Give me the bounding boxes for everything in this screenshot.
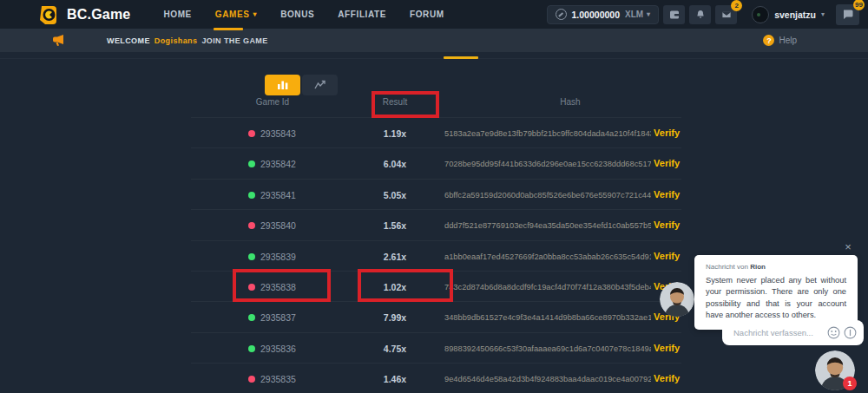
game-id: 2935840 [260, 220, 296, 231]
chevron-down-icon: ▾ [253, 10, 258, 18]
result-value: 1.46x [343, 374, 447, 384]
balance-amount: 1.00000000 [572, 10, 620, 20]
active-nav-underline [214, 28, 243, 30]
messages-button[interactable]: 2 [715, 5, 737, 24]
hash-value: ddd7f521e87769103ecf94ea35da50ee354efd1c… [444, 221, 651, 230]
status-dot [248, 284, 255, 291]
result-value: 4.75x [343, 344, 447, 354]
result-value: 7.99x [343, 312, 447, 323]
table-row: 2935840 1.56x ddd7f521e87769103ecf94ea35… [191, 209, 681, 239]
wallet-button[interactable] [663, 5, 685, 24]
chat-sender-name: Rion [750, 263, 766, 271]
attachment-icon[interactable] [844, 326, 857, 339]
notifications-button[interactable] [689, 5, 711, 24]
game-id: 2935842 [260, 159, 296, 169]
brand-logo[interactable]: BC.Game [38, 4, 130, 25]
brand-name: BC.Game [67, 7, 130, 23]
chat-bubble-icon [842, 9, 853, 20]
messages-badge: 2 [731, 0, 742, 11]
nav-games[interactable]: GAMES ▾ [215, 0, 257, 29]
bcgame-logo-icon [38, 4, 59, 25]
envelope-icon [721, 10, 732, 20]
hash-value: 743c2d874b6d8a8dcdf9fc19acf4d70f74f12a38… [444, 283, 651, 291]
verify-link[interactable]: Verify [654, 128, 680, 138]
table-row: 2935837 7.99x 348bb9db61527e4c9f3e4a1414… [191, 301, 681, 331]
main-menu: HOME GAMES ▾ BONUS AFFILIATE FORUM [163, 0, 444, 29]
verify-link[interactable]: Verify [654, 343, 680, 353]
verify-link[interactable]: Verify [654, 158, 680, 168]
result-value: 6.04x [343, 159, 447, 169]
hash-value: 6bffc2a59159d2060d0abc85f526e6be676e5590… [444, 191, 651, 200]
result-value: 5.05x [343, 190, 447, 200]
game-table-header: Game Id Result Hash [191, 97, 681, 115]
history-view-toggles [265, 75, 338, 95]
verify-link[interactable]: Verify [654, 189, 680, 200]
trend-view-toggle[interactable] [302, 75, 338, 95]
nav-home[interactable]: HOME [163, 0, 191, 29]
emoji-icon[interactable] [827, 326, 840, 339]
chat-message-input[interactable] [733, 328, 824, 337]
panel-divider [0, 58, 868, 59]
game-id: 2935843 [260, 128, 296, 139]
table-row: 2935838 1.02x 743c2d874b6d8a8dcdf9fc19ac… [191, 271, 681, 301]
column-header-hash: Hash [518, 97, 622, 107]
hash-value: a1bb0eaaf17ed4527669f2a0bba8cc53abab26c6… [444, 252, 651, 261]
question-mark-icon: ? [763, 35, 774, 46]
status-dot [248, 130, 255, 137]
game-table-rows: 2935843 1.19x 5183a2ea7e9d8e13fb79bbf21b… [191, 117, 681, 393]
announced-username-link[interactable]: Dogishans [155, 36, 198, 45]
column-header-result: Result [343, 97, 447, 107]
balance-selector[interactable]: 1.00000000 XLM ▾ [547, 5, 660, 24]
status-dot [248, 253, 255, 260]
currency-dropdown[interactable]: XLM ▾ [625, 10, 650, 19]
chevron-down-icon: ▾ [647, 10, 650, 18]
chat-message-text: System never placed any bet without your… [706, 275, 846, 322]
status-dot [248, 222, 255, 229]
bar-chart-icon [277, 80, 289, 91]
chat-message-bubble: Nachricht von Rion System never placed a… [694, 255, 858, 330]
chat-launcher-avatar[interactable]: 1 [815, 350, 855, 390]
chat-close-button[interactable]: × [841, 239, 855, 253]
table-row: 2935835 1.46x 9e4d6546d4e58a42d3b4f92488… [191, 363, 681, 393]
avatar [752, 6, 769, 23]
megaphone-icon [52, 34, 67, 47]
status-dot [248, 160, 255, 167]
table-row: 2935842 6.04x 7028be95dd95f441b633d6d296… [191, 147, 681, 178]
chat-message-meta: Nachricht von Rion [706, 263, 846, 271]
top-nav: BC.Game HOME GAMES ▾ BONUS AFFILIATE FOR… [0, 0, 868, 29]
status-dot [248, 192, 255, 199]
table-row: 2935836 4.75x 8988392450666c53f30afaaaea… [191, 332, 681, 363]
nav-forum[interactable]: FORUM [410, 0, 444, 29]
page: BC.Game HOME GAMES ▾ BONUS AFFILIATE FOR… [0, 0, 868, 393]
table-row: 2935841 5.05x 6bffc2a59159d2060d0abc85f5… [191, 179, 681, 209]
account-menu[interactable]: svenjatzu ▾ [752, 6, 825, 23]
result-value: 1.19x [343, 128, 447, 139]
nav-bonus[interactable]: BONUS [280, 0, 314, 29]
result-value: 1.02x [343, 282, 447, 292]
site-chat-button[interactable]: 99 [836, 4, 859, 25]
verify-link[interactable]: Verify [654, 219, 680, 230]
table-row: 2935843 1.19x 5183a2ea7e9d8e13fb79bbf21b… [191, 117, 681, 147]
result-value: 2.61x [343, 252, 447, 262]
hash-value: 5183a2ea7e9d8e13fb79bbf21bc9ffc804dada4a… [444, 129, 651, 138]
game-id: 2935835 [260, 374, 296, 384]
trend-chart-icon [314, 80, 326, 90]
status-dot [248, 345, 255, 352]
table-row: 2935839 2.61x a1bb0eaaf17ed4527669f2a0bb… [191, 240, 681, 271]
support-agent-avatar [660, 282, 694, 317]
help-button[interactable]: ? Help [763, 35, 797, 46]
bar-view-toggle[interactable] [265, 75, 300, 95]
active-tab-indicator [444, 56, 478, 59]
verify-link[interactable]: Verify [654, 373, 680, 383]
wallet-icon [669, 10, 680, 20]
bell-icon [695, 10, 706, 20]
hash-value: 9e4d6546d4e58a42d3b4f924883baa4daac019ce… [444, 375, 651, 383]
chat-unread-badge: 1 [843, 377, 857, 390]
announcement-text: WELCOME Dogishans JOIN THE GAME [107, 36, 268, 45]
status-dot [248, 314, 255, 321]
hash-value: 7028be95dd95f441b633d6d296e0ae15cc6238dd… [444, 160, 651, 168]
nav-right-cluster: 1.00000000 XLM ▾ 2 [547, 4, 859, 25]
status-dot [248, 376, 255, 383]
nav-affiliate[interactable]: AFFILIATE [338, 0, 386, 29]
verify-link[interactable]: Verify [654, 251, 680, 261]
